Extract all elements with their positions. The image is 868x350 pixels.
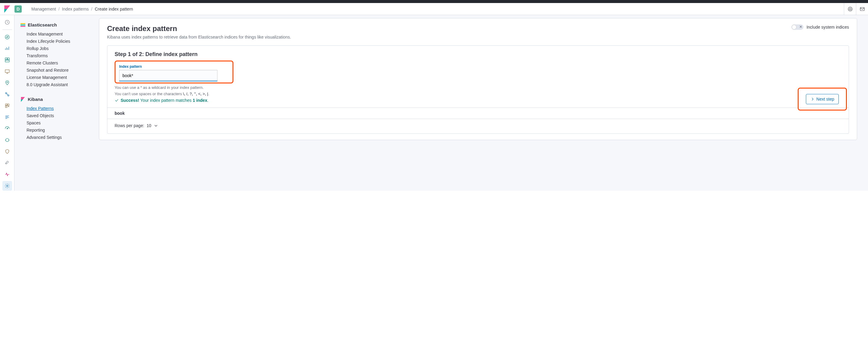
- page-title: Create index pattern: [107, 24, 291, 33]
- management-sidebar: Elasticsearch Index Management Index Lif…: [14, 15, 99, 191]
- index-pattern-field-highlight: Index pattern: [115, 61, 234, 83]
- svg-point-9: [7, 82, 7, 82]
- sidebar-title-kibana: Kibana: [18, 96, 99, 103]
- canvas-icon[interactable]: [2, 67, 12, 76]
- success-end: .: [207, 98, 208, 103]
- svg-point-4: [5, 35, 9, 39]
- header-actions: [844, 3, 868, 15]
- management-icon[interactable]: [2, 181, 12, 191]
- app-layout: Elasticsearch Index Management Index Lif…: [0, 15, 868, 191]
- sidebar-item[interactable]: Snapshot and Restore: [18, 67, 99, 74]
- matched-index-name: book: [115, 111, 125, 116]
- sidebar-item[interactable]: License Management: [18, 74, 99, 81]
- include-system-indices-switch[interactable]: ✕: [792, 24, 803, 30]
- sidebar-item[interactable]: Saved Objects: [18, 112, 99, 119]
- next-step-highlight: Next step: [798, 88, 847, 110]
- svg-point-16: [6, 185, 8, 187]
- success-count: 1 index: [193, 98, 207, 103]
- uptime-icon[interactable]: [2, 135, 12, 145]
- sidebar-item[interactable]: Index Lifecycle Policies: [18, 38, 99, 45]
- svg-rect-13: [7, 104, 9, 105]
- rows-per-page-selector[interactable]: Rows per page: 10: [107, 119, 849, 133]
- app-header: D Management / Index patterns / Create i…: [0, 3, 868, 15]
- svg-rect-12: [5, 104, 7, 105]
- success-prefix: Success!: [121, 98, 139, 103]
- discover-icon[interactable]: [2, 32, 12, 42]
- logs-icon[interactable]: [2, 112, 12, 122]
- elasticsearch-icon: [21, 23, 25, 27]
- svg-point-0: [848, 7, 852, 11]
- svg-rect-14: [5, 106, 7, 108]
- help-text-wildcard: You can use a * as a wildcard in your in…: [115, 85, 841, 90]
- help-text-chars: You can't use spaces or the characters \…: [115, 92, 841, 96]
- sidebar-item[interactable]: Rollup Jobs: [18, 45, 99, 52]
- sidebar-group-elasticsearch: Elasticsearch Index Management Index Lif…: [18, 21, 99, 88]
- svg-rect-19: [21, 26, 25, 27]
- rows-per-page-label: Rows per page:: [115, 123, 144, 128]
- visualize-icon[interactable]: [2, 44, 12, 53]
- infra-icon[interactable]: [2, 101, 12, 110]
- index-pattern-input[interactable]: [119, 70, 217, 81]
- sidebar-title-label: Kibana: [28, 97, 43, 102]
- space-selector[interactable]: D: [14, 5, 22, 13]
- page-description: Kibana uses index patterns to retrieve d…: [107, 35, 291, 39]
- breadcrumb-current: Create index pattern: [95, 7, 133, 11]
- left-nav: [0, 15, 14, 191]
- step-title: Step 1 of 2: Define index pattern: [115, 51, 841, 58]
- svg-point-1: [849, 8, 851, 10]
- recent-icon[interactable]: [2, 18, 12, 27]
- check-icon: [115, 98, 119, 102]
- breadcrumb-sep: /: [59, 7, 60, 11]
- maps-icon[interactable]: [2, 78, 12, 88]
- create-index-pattern-panel: Create index pattern Kibana uses index p…: [99, 18, 857, 140]
- svg-point-15: [7, 128, 7, 129]
- devtools-icon[interactable]: [2, 158, 12, 168]
- help-text-chars-prefix: You can't use spaces or the characters: [115, 92, 183, 96]
- sidebar-item[interactable]: Spaces: [18, 119, 99, 127]
- success-message: Success! Your index pattern matches 1 in…: [115, 98, 841, 103]
- sidebar-item[interactable]: 8.0 Upgrade Assistant: [18, 81, 99, 88]
- nav-divider: [2, 30, 12, 30]
- chevron-down-icon: [154, 124, 158, 128]
- sidebar-item[interactable]: Remote Clusters: [18, 59, 99, 67]
- step-panel: Step 1 of 2: Define index pattern Index …: [107, 45, 849, 134]
- breadcrumb-item[interactable]: Management: [31, 7, 56, 11]
- svg-rect-18: [21, 24, 25, 25]
- sidebar-item[interactable]: Index Management: [18, 30, 99, 38]
- next-step-label: Next step: [816, 97, 834, 102]
- monitoring-icon[interactable]: [2, 170, 12, 179]
- sidebar-title-label: Elasticsearch: [28, 22, 57, 27]
- panel-header: Create index pattern Kibana uses index p…: [107, 24, 849, 39]
- include-system-indices-label: Include system indices: [806, 25, 849, 30]
- chevron-right-icon: [810, 97, 815, 101]
- switch-off-icon: ✕: [799, 25, 802, 29]
- sidebar-item[interactable]: Transforms: [18, 52, 99, 59]
- next-step-button[interactable]: Next step: [806, 94, 839, 104]
- kibana-icon: [21, 97, 25, 102]
- svg-rect-6: [7, 58, 9, 60]
- breadcrumb: Management / Index patterns / Create ind…: [31, 7, 133, 11]
- matched-index-row: book: [107, 108, 849, 119]
- svg-rect-17: [21, 23, 25, 24]
- kibana-logo[interactable]: [0, 5, 14, 13]
- breadcrumb-sep: /: [91, 7, 92, 11]
- svg-rect-7: [5, 60, 9, 62]
- sidebar-item-index-patterns[interactable]: Index Patterns: [18, 105, 99, 112]
- sidebar-title-elasticsearch: Elasticsearch: [18, 21, 99, 29]
- siem-icon[interactable]: [2, 147, 12, 156]
- help-icon[interactable]: [844, 3, 856, 15]
- breadcrumb-item[interactable]: Index patterns: [62, 7, 89, 11]
- ml-icon[interactable]: [2, 90, 12, 99]
- rows-per-page-value: 10: [147, 123, 151, 128]
- sidebar-item[interactable]: Advanced Settings: [18, 134, 99, 141]
- svg-rect-5: [5, 58, 7, 60]
- success-text: Your index pattern matches: [139, 98, 192, 103]
- apm-icon[interactable]: [2, 124, 12, 133]
- index-pattern-label: Index pattern: [119, 65, 142, 69]
- help-text-chars-list: \, /, ?, ", <, >, |: [183, 92, 208, 96]
- main-area: Elasticsearch Index Management Index Lif…: [14, 15, 868, 191]
- include-system-indices-row: ✕ Include system indices: [792, 24, 849, 30]
- dashboard-icon[interactable]: [2, 55, 12, 65]
- newsfeed-icon[interactable]: [856, 3, 868, 15]
- sidebar-item[interactable]: Reporting: [18, 127, 99, 134]
